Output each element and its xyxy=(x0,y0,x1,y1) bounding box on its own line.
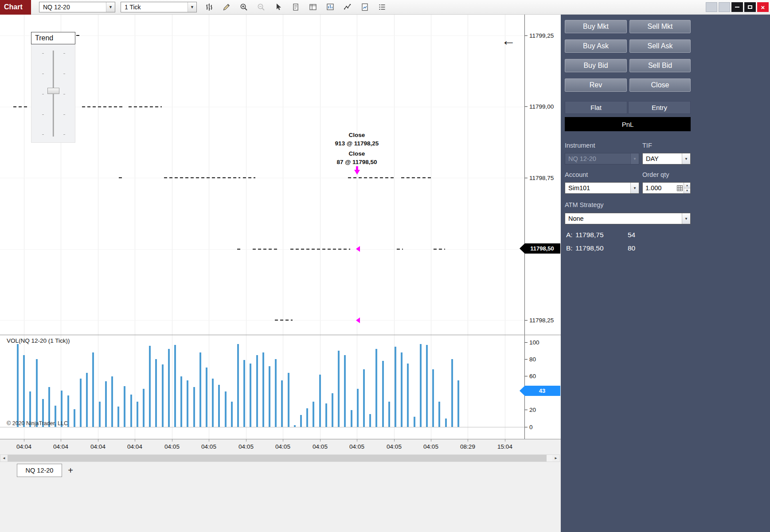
order-qty-input[interactable] xyxy=(643,184,676,192)
data-series-list-icon[interactable] xyxy=(376,1,388,13)
volume-axis-label: 80 xyxy=(525,356,536,363)
price-print-dashes xyxy=(119,177,123,178)
sell-mkt-button[interactable]: Sell Mkt xyxy=(629,20,691,33)
volume-axis-label: 60 xyxy=(525,373,536,380)
buy-ask-button[interactable]: Buy Ask xyxy=(565,39,627,53)
minimize-button[interactable] xyxy=(731,2,743,12)
slider-tick xyxy=(63,74,65,74)
volume-bar xyxy=(432,369,434,427)
sell-bid-button[interactable]: Sell Bid xyxy=(629,59,691,72)
vertical-gridline xyxy=(468,15,468,335)
horizontal-scrollbar[interactable]: ◄ ► xyxy=(0,454,560,462)
entry-button[interactable]: Entry xyxy=(628,101,691,114)
chevron-down-icon: ▼ xyxy=(630,183,639,193)
zoom-in-icon[interactable] xyxy=(238,1,250,13)
titlebar-extra-button-2[interactable] xyxy=(719,2,730,12)
scrollbar-thumb[interactable] xyxy=(8,455,547,462)
volume-bar xyxy=(168,349,170,427)
order-window-icon[interactable] xyxy=(307,1,319,13)
rev-button[interactable]: Rev xyxy=(565,78,627,92)
volume-bar xyxy=(382,361,384,427)
close-order-annotation: Close 913 @ 11798,25 Close 87 @ 11798,50 xyxy=(308,131,406,166)
volume-bar xyxy=(445,419,447,427)
axis-tick xyxy=(525,427,528,427)
axis-tick xyxy=(525,320,528,321)
tab-nq-12-20[interactable]: NQ 12-20 xyxy=(17,464,62,477)
price-axis[interactable]: 11799,2511799,0011798,7511798,2510080602… xyxy=(524,15,561,439)
add-tab-button[interactable]: + xyxy=(65,465,76,476)
period-select[interactable]: 1 Tick ▼ xyxy=(121,2,197,12)
volume-bar xyxy=(149,346,151,427)
ask-size: 54 xyxy=(628,231,635,239)
calculator-icon[interactable] xyxy=(676,185,684,191)
position-state-row: Flat Entry xyxy=(565,101,691,114)
pan-left-arrow-icon[interactable]: ← xyxy=(501,32,516,49)
vertical-gridline xyxy=(246,15,246,335)
volume-bar xyxy=(218,385,220,427)
volume-bar xyxy=(36,359,38,427)
order-buttons-grid: Buy Mkt Sell Mkt Buy Ask Sell Ask Buy Bi… xyxy=(565,20,691,92)
maximize-button[interactable] xyxy=(744,2,756,12)
horizontal-gridline xyxy=(0,107,524,107)
volume-bar xyxy=(313,402,314,427)
scroll-left-arrow-icon[interactable]: ◄ xyxy=(0,455,8,462)
copyright-text: © 2020 NinjaTrader, LLC xyxy=(7,420,68,426)
vertical-gridline xyxy=(24,15,24,335)
chart-report-icon[interactable] xyxy=(359,1,371,13)
cursor-icon[interactable] xyxy=(272,1,284,13)
chevron-down-icon: ▼ xyxy=(682,213,690,224)
polyline-icon[interactable] xyxy=(341,1,353,13)
draw-pencil-icon[interactable] xyxy=(220,1,232,13)
volume-pane[interactable]: VOL(NQ 12-20 (1 Tick)) © 2020 NinjaTrade… xyxy=(0,335,524,439)
price-print-dashes xyxy=(82,106,123,107)
volume-bar xyxy=(306,408,308,427)
titlebar-extra-button-1[interactable] xyxy=(706,2,717,12)
close-position-button[interactable]: Close xyxy=(629,78,691,92)
vertical-gridline xyxy=(246,335,246,439)
annotation-line: Close xyxy=(308,149,406,158)
volume-bar xyxy=(17,344,19,427)
price-pane[interactable]: Trend Close 913 @ 11798,25 Close 87 @ 11… xyxy=(0,15,524,335)
scroll-right-arrow-icon[interactable]: ► xyxy=(552,455,559,462)
chart-tab-bar: NQ 12-20 + xyxy=(0,462,561,532)
atm-strategy-select[interactable]: None ▼ xyxy=(565,213,691,224)
slider-thumb[interactable] xyxy=(47,88,59,94)
sell-marker-down-arrow-icon xyxy=(354,166,360,175)
time-axis-label: 04:05 xyxy=(164,443,180,450)
axis-tick xyxy=(525,376,528,376)
atm-strategy-value: None xyxy=(565,215,682,222)
flat-button[interactable]: Flat xyxy=(565,101,627,114)
zoom-out-icon[interactable] xyxy=(255,1,267,13)
buy-mkt-button[interactable]: Buy Mkt xyxy=(565,20,627,33)
slider-tick xyxy=(42,53,44,54)
order-entry-panel: Buy Mkt Sell Mkt Buy Ask Sell Ask Buy Bi… xyxy=(561,15,770,532)
time-axis[interactable]: 04:0404:0404:0404:0404:0504:0504:0504:05… xyxy=(0,439,561,454)
qty-increment-arrow-icon[interactable]: ▲ xyxy=(684,183,690,188)
qty-decrement-arrow-icon[interactable]: ▼ xyxy=(684,188,690,194)
axis-tick xyxy=(525,35,528,36)
account-label: Account xyxy=(565,171,588,178)
vertical-gridline xyxy=(283,15,283,335)
chart-panel-icon[interactable] xyxy=(324,1,336,13)
buy-bid-button[interactable]: Buy Bid xyxy=(565,59,627,72)
close-button[interactable]: × xyxy=(757,2,769,12)
slider-tick xyxy=(63,94,65,94)
volume-bar xyxy=(206,368,207,427)
trade-report-icon[interactable] xyxy=(289,1,301,13)
trend-slider[interactable] xyxy=(31,44,75,143)
qty-stepper: ▲ ▼ xyxy=(684,183,690,193)
volume-bar xyxy=(357,389,359,427)
time-axis-tick xyxy=(172,439,172,442)
volume-bar xyxy=(80,379,82,427)
chevron-down-icon: ▼ xyxy=(682,153,690,164)
instrument-select[interactable]: NQ 12-20 ▼ xyxy=(39,2,115,12)
sell-ask-button[interactable]: Sell Ask xyxy=(629,39,691,53)
account-select[interactable]: Sim101 ▼ xyxy=(565,182,639,194)
tif-select[interactable]: DAY ▼ xyxy=(642,153,691,164)
volume-bar xyxy=(269,366,270,427)
volume-bar xyxy=(363,369,365,427)
volume-bar xyxy=(92,352,94,427)
vertical-gridline xyxy=(431,335,431,439)
volume-bar xyxy=(193,387,195,427)
price-bars-icon[interactable] xyxy=(203,1,215,13)
